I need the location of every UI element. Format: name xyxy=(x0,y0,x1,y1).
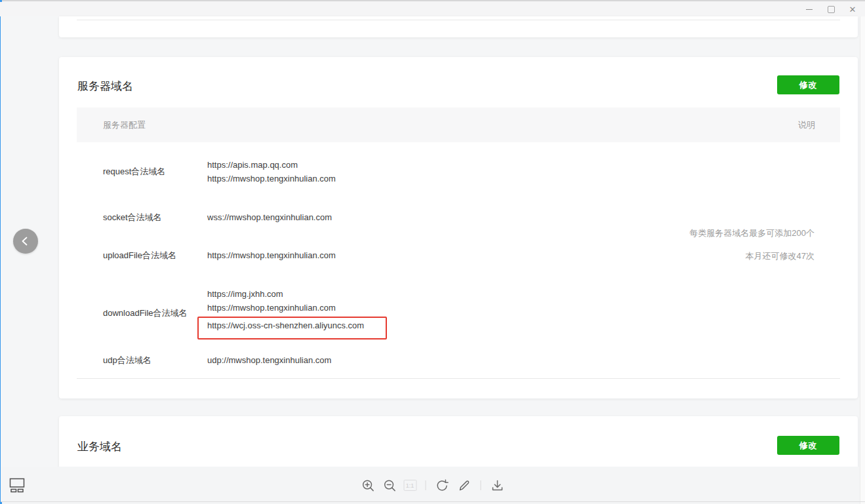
zoom-in-icon xyxy=(361,479,374,492)
table-header-note: 说明 xyxy=(798,119,815,131)
maximize-icon xyxy=(828,6,835,13)
toolbar-separator xyxy=(480,480,481,490)
server-domain-card: 服务器域名 修改 服务器配置 说明 request合法域名 https://ap… xyxy=(59,57,858,398)
domain-value: https://apis.map.qq.com xyxy=(207,158,336,172)
zoom-in-button[interactable] xyxy=(360,478,376,494)
row-label: request合法域名 xyxy=(103,166,207,178)
download-icon xyxy=(491,479,504,492)
viewer-toolbar: 1:1 xyxy=(0,467,865,504)
table-row-uploadfile: uploadFile合法域名 https://mwshop.tengxinhul… xyxy=(103,248,815,262)
table-bottom-divider xyxy=(77,378,840,379)
row-label: socket合法域名 xyxy=(103,212,207,223)
row-values: https://apis.map.qq.com https://mwshop.t… xyxy=(207,158,336,185)
domain-value: wss://mwshop.tengxinhulian.com xyxy=(207,210,332,224)
zoom-out-button[interactable] xyxy=(382,478,397,494)
highlighted-domain-value: https://wcj.oss-cn-shenzhen.aliyuncs.com xyxy=(207,320,364,330)
pencil-icon xyxy=(457,479,470,492)
modify-business-domain-button[interactable]: 修改 xyxy=(777,436,839,455)
toolbar-separator xyxy=(425,480,426,490)
table-row-request: request合法域名 https://apis.map.qq.com http… xyxy=(103,158,815,185)
toolbar-center-group: 1:1 xyxy=(360,478,505,494)
domain-value: https://mwshop.tengxinhulian.com xyxy=(207,172,336,185)
download-button[interactable] xyxy=(489,478,505,494)
rotate-button[interactable] xyxy=(434,478,450,494)
partial-card-top xyxy=(59,16,858,37)
back-button[interactable] xyxy=(13,229,38,254)
minimize-icon xyxy=(806,9,813,10)
page-title-business-domain: 业务域名 xyxy=(77,439,122,454)
device-preview-button[interactable] xyxy=(9,477,25,493)
domain-value: https://img.jxhh.com xyxy=(207,287,387,301)
window-bottom-divider xyxy=(0,501,865,502)
table-row-downloadfile: downloadFile合法域名 https://img.jxhh.com ht… xyxy=(103,287,815,339)
rotate-icon xyxy=(435,479,449,492)
chevron-left-icon xyxy=(19,235,32,248)
row-label: udp合法域名 xyxy=(103,355,207,366)
zoom-out-icon xyxy=(383,479,396,492)
red-highlight-box: https://wcj.oss-cn-shenzhen.aliyuncs.com xyxy=(197,317,387,339)
note-domain-limit: 每类服务器域名最多可添加200个 xyxy=(689,226,815,240)
window-titlebar: ✕ xyxy=(0,0,865,16)
table-row-socket: socket合法域名 wss://mwshop.tengxinhulian.co… xyxy=(103,210,815,224)
table-header-config: 服务器配置 xyxy=(103,119,146,131)
row-label: uploadFile合法域名 xyxy=(103,250,207,262)
card-divider xyxy=(77,20,840,20)
monitor-icon xyxy=(9,478,25,493)
row-label: downloadFile合法域名 xyxy=(103,307,207,319)
selection-edge-left xyxy=(0,16,1,504)
minimize-button[interactable] xyxy=(801,3,818,16)
actual-size-button[interactable]: 1:1 xyxy=(403,480,416,491)
domain-value: https://mwshop.tengxinhulian.com xyxy=(207,248,336,262)
maximize-button[interactable] xyxy=(822,3,839,16)
row-values: wss://mwshop.tengxinhulian.com xyxy=(207,210,332,224)
table-row-udp: udp合法域名 udp://mwshop.tengxinhulian.com xyxy=(103,353,815,367)
close-button[interactable]: ✕ xyxy=(844,3,861,16)
note-modify-remaining: 本月还可修改47次 xyxy=(746,249,815,263)
vertical-scrollbar[interactable] xyxy=(860,16,865,504)
modify-server-domain-button[interactable]: 修改 xyxy=(777,75,839,94)
page-title-server-domain: 服务器域名 xyxy=(77,79,133,94)
row-values: https://img.jxhh.com https://mwshop.teng… xyxy=(207,287,387,339)
selection-corner-top-left xyxy=(0,0,2,2)
table-header-row: 服务器配置 说明 xyxy=(77,107,840,142)
row-values: https://mwshop.tengxinhulian.com xyxy=(207,248,336,262)
window-controls: ✕ xyxy=(796,2,861,16)
domain-value: udp://mwshop.tengxinhulian.com xyxy=(207,353,331,367)
edit-button[interactable] xyxy=(456,478,472,494)
row-values: udp://mwshop.tengxinhulian.com xyxy=(207,353,331,367)
domain-value: https://mwshop.tengxinhulian.com xyxy=(207,301,387,315)
